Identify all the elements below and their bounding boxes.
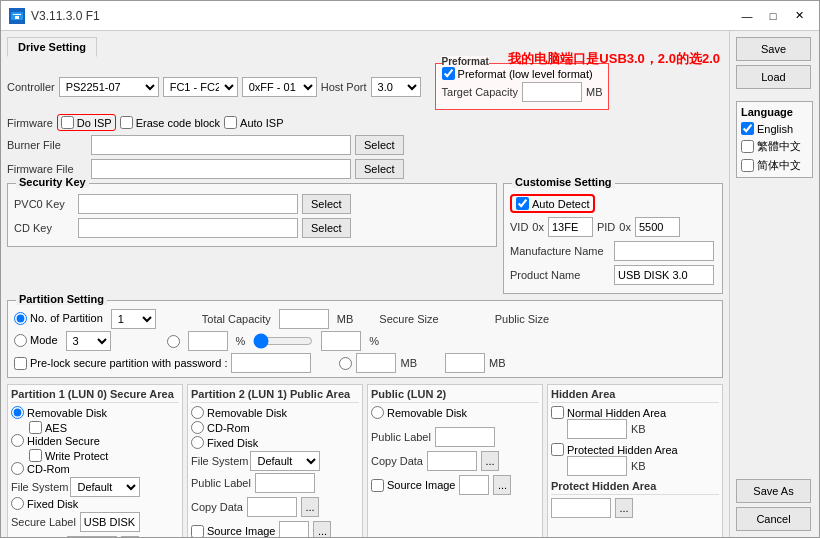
p2-removable-disk-radio[interactable] [191, 406, 204, 419]
protect-hidden-button[interactable]: ... [615, 498, 633, 518]
tab-drive-setting[interactable]: Drive Setting [7, 37, 97, 57]
p1-write-protect-checkbox[interactable] [29, 449, 42, 462]
total-capacity-input[interactable] [279, 309, 329, 329]
host-port-select[interactable]: 3.0 [371, 77, 421, 97]
auto-detect-checkbox[interactable] [516, 197, 529, 210]
english-label[interactable]: English [741, 122, 808, 135]
protected-hidden-checkbox[interactable] [551, 443, 564, 456]
p1-copy-data-button[interactable]: ... [121, 536, 139, 537]
secure-mb-radio[interactable] [339, 357, 352, 370]
secure-size-input[interactable] [188, 331, 228, 351]
do-isp-label[interactable]: Do ISP [57, 114, 116, 131]
mode-radio[interactable] [14, 334, 27, 347]
p1-filesystem-select[interactable]: Default [70, 477, 140, 497]
product-name-input[interactable] [614, 265, 714, 285]
p2-cdrom-radio[interactable] [191, 421, 204, 434]
normal-hidden-checkbox[interactable] [551, 406, 564, 419]
lun2-removable-disk-radio[interactable] [371, 406, 384, 419]
lun2-source-image-checkbox[interactable] [371, 479, 384, 492]
p1-hidden-secure-radio[interactable] [11, 434, 24, 447]
p2-cdrom-label[interactable]: CD-Rom [191, 421, 359, 434]
cd-key-input[interactable] [78, 218, 298, 238]
p2-removable-disk-label[interactable]: Removable Disk [191, 406, 359, 419]
p1-removable-disk-label[interactable]: Removable Disk [11, 406, 179, 419]
secure-mb-input[interactable] [356, 353, 396, 373]
preformat-checkbox-label[interactable]: Preformat (low level format) [442, 67, 603, 80]
p1-fixed-disk-label[interactable]: Fixed Disk [11, 497, 179, 510]
cancel-button[interactable]: Cancel [736, 507, 811, 531]
english-checkbox[interactable] [741, 122, 754, 135]
load-button[interactable]: Load [736, 65, 811, 89]
traditional-chinese-checkbox[interactable] [741, 140, 754, 153]
traditional-chinese-label[interactable]: 繁體中文 [741, 139, 808, 154]
p2-public-label-input[interactable] [255, 473, 315, 493]
simplified-chinese-checkbox[interactable] [741, 159, 754, 172]
normal-hidden-label[interactable]: Normal Hidden Area [551, 406, 719, 419]
burner-file-select-button[interactable]: Select [355, 135, 404, 155]
firmware-file-input[interactable] [91, 159, 351, 179]
burner-file-input[interactable] [91, 135, 351, 155]
no-of-partition-label[interactable]: No. of Partition [14, 312, 103, 325]
p1-fixed-disk-radio[interactable] [11, 497, 24, 510]
p1-secure-label-input[interactable] [80, 512, 140, 532]
mode-label[interactable]: Mode [14, 334, 58, 347]
p1-hidden-secure-label[interactable]: Hidden Secure [11, 434, 179, 447]
p2-source-image-button[interactable]: ... [313, 521, 331, 537]
close-button[interactable]: ✕ [787, 6, 811, 26]
secure-size-slider[interactable] [253, 333, 313, 349]
no-of-partition-radio[interactable] [14, 312, 27, 325]
no-of-partition-select[interactable]: 1 [111, 309, 156, 329]
range-select[interactable]: 0xFF - 01 [242, 77, 317, 97]
auto-isp-checkbox[interactable] [224, 116, 237, 129]
protected-hidden-label[interactable]: Protected Hidden Area [551, 443, 719, 456]
preformat-checkbox[interactable] [442, 67, 455, 80]
p1-aes-checkbox[interactable] [29, 421, 42, 434]
p1-cdrom-radio[interactable] [11, 462, 24, 475]
erase-code-label[interactable]: Erase code block [120, 116, 220, 129]
p1-removable-disk-radio[interactable] [11, 406, 24, 419]
pre-lock-label[interactable]: Pre-lock secure partition with password … [14, 357, 227, 370]
p1-cdrom-label[interactable]: CD-Rom [11, 462, 179, 475]
maximize-button[interactable]: □ [761, 6, 785, 26]
p1-aes-label[interactable]: AES [29, 421, 67, 434]
auto-detect-label[interactable]: Auto Detect [510, 194, 595, 213]
save-as-button[interactable]: Save As [736, 479, 811, 503]
lun2-copy-data-button[interactable]: ... [481, 451, 499, 471]
p2-source-image-input[interactable] [279, 521, 309, 537]
firmware-file-select-button[interactable]: Select [355, 159, 404, 179]
simplified-chinese-label[interactable]: 简体中文 [741, 158, 808, 173]
p2-fixed-disk-label[interactable]: Fixed Disk [191, 436, 359, 449]
p2-copy-data-input[interactable] [247, 497, 297, 517]
p2-copy-data-button[interactable]: ... [301, 497, 319, 517]
auto-isp-label[interactable]: Auto ISP [224, 116, 283, 129]
manufacture-name-input[interactable] [614, 241, 714, 261]
cd-key-select-button[interactable]: Select [302, 218, 351, 238]
p2-fixed-disk-radio[interactable] [191, 436, 204, 449]
do-isp-checkbox[interactable] [61, 116, 74, 129]
p2-source-image-checkbox[interactable] [191, 525, 204, 538]
save-button[interactable]: Save [736, 37, 811, 61]
pvc0-input[interactable] [78, 194, 298, 214]
erase-code-checkbox[interactable] [120, 116, 133, 129]
controller-select[interactable]: PS2251-07 [59, 77, 159, 97]
lun2-source-image-button[interactable]: ... [493, 475, 511, 495]
p2-filesystem-select[interactable]: Default [250, 451, 320, 471]
public-mb-input[interactable] [445, 353, 485, 373]
protect-hidden-input[interactable] [551, 498, 611, 518]
secure-size-radio[interactable] [167, 335, 180, 348]
fc-select[interactable]: FC1 - FC2 [163, 77, 238, 97]
lun2-source-image-label[interactable]: Source Image [371, 479, 455, 492]
lun2-public-label-input[interactable] [435, 427, 495, 447]
mode-select[interactable]: 3 [66, 331, 111, 351]
lun2-source-image-input[interactable] [459, 475, 489, 495]
protected-hidden-kb-input[interactable] [567, 456, 627, 476]
lun2-removable-disk-label[interactable]: Removable Disk [371, 406, 539, 419]
target-capacity-input[interactable] [522, 82, 582, 102]
minimize-button[interactable]: — [735, 6, 759, 26]
p1-write-protect-label[interactable]: Write Protect [29, 449, 108, 462]
pre-lock-input[interactable] [231, 353, 311, 373]
pid-input[interactable] [635, 217, 680, 237]
vid-input[interactable] [548, 217, 593, 237]
pre-lock-checkbox[interactable] [14, 357, 27, 370]
p1-copy-data-input[interactable] [67, 536, 117, 537]
